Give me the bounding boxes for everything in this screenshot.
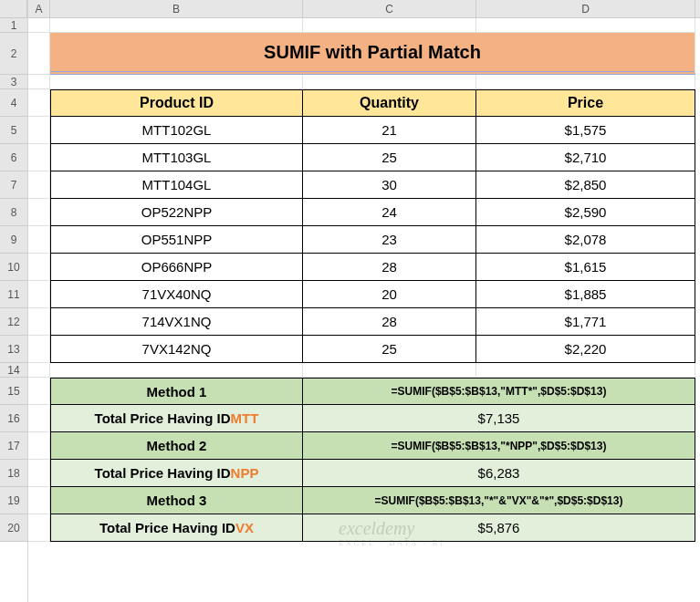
cell-quantity-1[interactable]: 25 <box>303 144 476 171</box>
cell-quantity-0[interactable]: 21 <box>303 117 476 144</box>
cell-product-id-2[interactable]: MTT104GL <box>50 171 303 199</box>
cell-price-1[interactable]: $2,710 <box>476 144 695 171</box>
row-header-1[interactable]: 1 <box>0 18 27 33</box>
cell-a15[interactable] <box>28 378 50 405</box>
row-header-10[interactable]: 10 <box>0 254 27 281</box>
cell-a12[interactable] <box>28 308 50 336</box>
row-header-14[interactable]: 14 <box>0 363 27 378</box>
cell-a19[interactable] <box>28 487 50 514</box>
row-20: Total Price Having ID VX $5,876 <box>28 514 700 542</box>
cell-quantity-3[interactable]: 24 <box>303 199 476 226</box>
cell-d1[interactable] <box>476 18 695 33</box>
cell-a1[interactable] <box>28 18 50 33</box>
cell-product-id-3[interactable]: OP522NPP <box>50 199 303 226</box>
col-header-c[interactable]: C <box>303 0 476 17</box>
cell-a13[interactable] <box>28 336 50 363</box>
cell-a10[interactable] <box>28 254 50 281</box>
cell-price-8[interactable]: $2,220 <box>476 336 695 363</box>
row-header-3[interactable]: 3 <box>0 75 27 89</box>
cell-a5[interactable] <box>28 117 50 144</box>
cell-price-7[interactable]: $1,771 <box>476 308 695 336</box>
row-header-19[interactable]: 19 <box>0 487 27 514</box>
cell-price-2[interactable]: $2,850 <box>476 171 695 199</box>
cell-d14[interactable] <box>476 363 695 378</box>
cell-c3[interactable] <box>303 75 476 89</box>
method-label-0[interactable]: Method 1 <box>50 378 303 405</box>
cell-b1[interactable] <box>50 18 303 33</box>
result-value-0[interactable]: $7,135 <box>303 405 695 432</box>
cell-a9[interactable] <box>28 226 50 254</box>
cell-a16[interactable] <box>28 405 50 432</box>
cell-price-4[interactable]: $2,078 <box>476 226 695 254</box>
cell-product-id-5[interactable]: OP666NPP <box>50 254 303 281</box>
corner-cell[interactable] <box>0 0 27 18</box>
method-formula-2[interactable]: =SUMIF($B$5:$B$13,"*"&"VX"&"*",$D$5:$D$1… <box>303 487 695 514</box>
method-formula-1[interactable]: =SUMIF($B$5:$B$13,"*NPP",$D$5:$D$13) <box>303 432 695 460</box>
row-header-18[interactable]: 18 <box>0 460 27 487</box>
cell-product-id-6[interactable]: 71VX40NQ <box>50 281 303 308</box>
cell-a14[interactable] <box>28 363 50 378</box>
result-value-1[interactable]: $6,283 <box>303 460 695 487</box>
cell-quantity-4[interactable]: 23 <box>303 226 476 254</box>
cell-b3[interactable] <box>50 75 303 89</box>
cell-a18[interactable] <box>28 460 50 487</box>
cell-a8[interactable] <box>28 199 50 226</box>
row-header-11[interactable]: 11 <box>0 281 27 308</box>
cell-a6[interactable] <box>28 144 50 171</box>
row-header-9[interactable]: 9 <box>0 226 27 254</box>
cell-product-id-4[interactable]: OP551NPP <box>50 226 303 254</box>
cell-product-id-1[interactable]: MTT103GL <box>50 144 303 171</box>
row-header-7[interactable]: 7 <box>0 171 27 199</box>
row-header-17[interactable]: 17 <box>0 432 27 460</box>
row-16: Total Price Having ID MTT $7,135 <box>28 405 700 432</box>
cell-c14[interactable] <box>303 363 476 378</box>
cell-price-0[interactable]: $1,575 <box>476 117 695 144</box>
cell-a4[interactable] <box>28 89 50 117</box>
cell-product-id-7[interactable]: 714VX1NQ <box>50 308 303 336</box>
title-cell[interactable]: SUMIF with Partial Match <box>50 33 695 75</box>
row-19: Method 3 =SUMIF($B$5:$B$13,"*"&"VX"&"*",… <box>28 487 700 514</box>
result-label-2[interactable]: Total Price Having ID VX <box>50 514 303 542</box>
row-header-5[interactable]: 5 <box>0 117 27 144</box>
row-header-13[interactable]: 13 <box>0 336 27 363</box>
row-header-8[interactable]: 8 <box>0 199 27 226</box>
cell-a20[interactable] <box>28 514 50 542</box>
method-formula-0[interactable]: =SUMIF($B$5:$B$13,"MTT*",$D$5:$D$13) <box>303 378 695 405</box>
cell-product-id-8[interactable]: 7VX142NQ <box>50 336 303 363</box>
cell-quantity-7[interactable]: 28 <box>303 308 476 336</box>
row-header-12[interactable]: 12 <box>0 308 27 336</box>
header-quantity[interactable]: Quantity <box>303 89 476 117</box>
header-price[interactable]: Price <box>476 89 695 117</box>
cell-price-6[interactable]: $1,885 <box>476 281 695 308</box>
row-header-20[interactable]: 20 <box>0 514 27 542</box>
cell-c1[interactable] <box>303 18 476 33</box>
cell-a7[interactable] <box>28 171 50 199</box>
row-header-4[interactable]: 4 <box>0 89 27 117</box>
row-header-16[interactable]: 16 <box>0 405 27 432</box>
cell-quantity-5[interactable]: 28 <box>303 254 476 281</box>
method-label-1[interactable]: Method 2 <box>50 432 303 460</box>
result-label-1[interactable]: Total Price Having ID NPP <box>50 460 303 487</box>
cell-quantity-6[interactable]: 20 <box>303 281 476 308</box>
cell-quantity-8[interactable]: 25 <box>303 336 476 363</box>
row-header-6[interactable]: 6 <box>0 144 27 171</box>
cell-a3[interactable] <box>28 75 50 89</box>
method-label-2[interactable]: Method 3 <box>50 487 303 514</box>
row-header-2[interactable]: 2 <box>0 33 27 75</box>
header-product-id[interactable]: Product ID <box>50 89 303 117</box>
row-header-15[interactable]: 15 <box>0 378 27 405</box>
cell-b14[interactable] <box>50 363 303 378</box>
cell-price-5[interactable]: $1,615 <box>476 254 695 281</box>
cell-a17[interactable] <box>28 432 50 460</box>
col-header-b[interactable]: B <box>50 0 303 17</box>
col-header-a[interactable]: A <box>28 0 50 17</box>
col-header-d[interactable]: D <box>476 0 695 17</box>
cell-a2[interactable] <box>28 33 50 75</box>
cell-quantity-2[interactable]: 30 <box>303 171 476 199</box>
cell-d3[interactable] <box>476 75 695 89</box>
cell-a11[interactable] <box>28 281 50 308</box>
cell-product-id-0[interactable]: MTT102GL <box>50 117 303 144</box>
result-label-0[interactable]: Total Price Having ID MTT <box>50 405 303 432</box>
cell-price-3[interactable]: $2,590 <box>476 199 695 226</box>
result-value-2[interactable]: $5,876 <box>303 514 695 542</box>
